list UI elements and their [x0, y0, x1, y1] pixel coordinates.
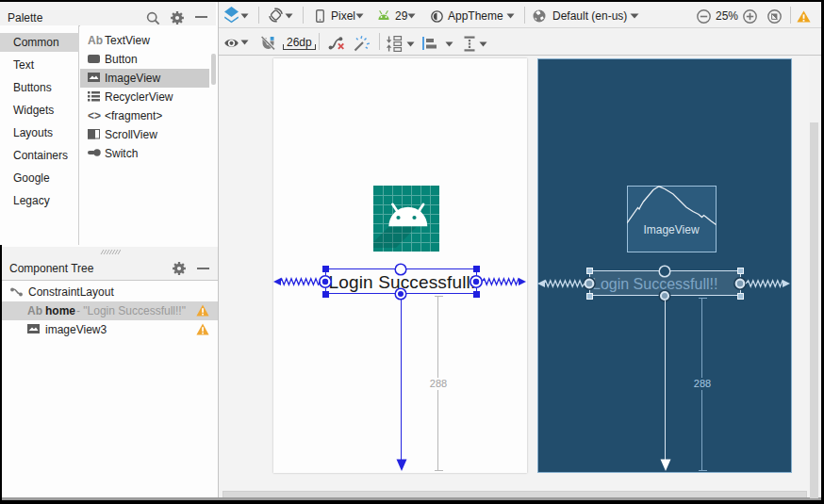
svg-text:ImageView: ImageView	[643, 223, 699, 236]
